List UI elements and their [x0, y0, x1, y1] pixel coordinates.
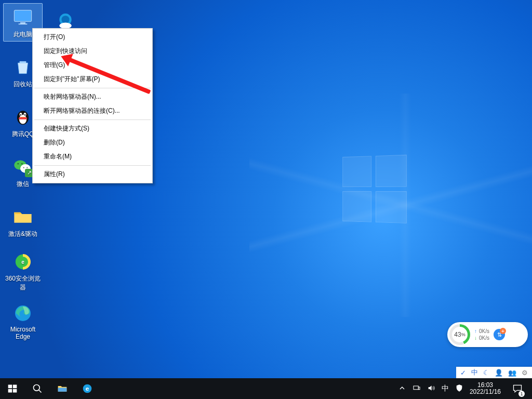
arrow-up-icon: ↑: [474, 328, 477, 334]
ctx-shortcut[interactable]: 创建快捷方式(S): [34, 122, 151, 136]
ctx-properties[interactable]: 属性(R): [34, 167, 151, 181]
ctx-pin-quick[interactable]: 固定到快速访问: [34, 44, 151, 58]
ctx-delete[interactable]: 删除(D): [34, 136, 151, 150]
svg-point-9: [24, 114, 25, 115]
secondary-tray: ✓ 中 ☾ 👤 👥 ⚙: [456, 367, 532, 378]
svg-line-28: [39, 390, 42, 393]
wechat-icon: ↗: [12, 156, 34, 178]
ctx-open[interactable]: 打开(O): [34, 30, 151, 44]
svg-point-14: [21, 163, 23, 164]
tray2-moon-icon[interactable]: ☾: [483, 369, 489, 377]
icon-label: 回收站: [14, 80, 32, 89]
memory-ring-icon: 43%: [449, 324, 470, 345]
taskbar-clock[interactable]: 16:03 2022/11/16: [470, 382, 501, 395]
desktop[interactable]: 此电脑 回收站 腾讯QQ ↗ 微信 激活&驱动: [0, 0, 532, 399]
clock-date: 2022/11/16: [470, 389, 501, 395]
memory-percent: 43: [454, 331, 461, 338]
svg-rect-29: [58, 388, 67, 392]
file-explorer-icon: [57, 383, 68, 394]
explorer-button[interactable]: [50, 378, 75, 399]
tray2-ime[interactable]: 中: [471, 368, 478, 377]
svg-point-8: [20, 114, 21, 115]
svg-point-27: [34, 385, 40, 391]
icon-label: 此电脑: [14, 30, 32, 39]
ctx-separator: [34, 165, 151, 166]
ctx-separator: [34, 88, 151, 88]
recycle-bin-icon: [12, 56, 34, 78]
search-icon: [32, 383, 43, 394]
start-button[interactable]: [0, 378, 25, 399]
ime-indicator[interactable]: 中: [442, 384, 449, 393]
taskbar-left: e: [0, 378, 100, 399]
edge-legacy-icon: e: [82, 383, 92, 394]
search-button[interactable]: [25, 378, 50, 399]
tray2-gear-icon[interactable]: ⚙: [522, 369, 528, 377]
svg-rect-10: [19, 117, 27, 119]
svg-rect-0: [14, 10, 31, 21]
net-up: 0K/s: [479, 328, 489, 334]
svg-point-16: [26, 167, 28, 168]
svg-rect-23: [8, 385, 12, 389]
speed-bubble-icon[interactable]: ⇅: [494, 329, 505, 340]
icon-label: 360安全浏览器: [4, 274, 42, 292]
context-menu-this-pc: 打开(O) 固定到快速访问 管理(G) 固定到"开始"屏幕(P) 映射网络驱动器…: [32, 28, 153, 183]
desktop-icon-edge[interactable]: Microsoft Edge: [3, 302, 43, 341]
network-icon[interactable]: [413, 384, 421, 394]
taskbar: e 中 16:03 2022/11/16 1: [0, 378, 532, 399]
svg-point-13: [17, 163, 19, 164]
edge-icon: [12, 303, 34, 324]
system-tray: 中 16:03 2022/11/16 1: [394, 378, 532, 399]
desktop-icon-360browser[interactable]: e 360安全浏览器: [3, 252, 43, 291]
icon-label: 激活&驱动: [8, 230, 37, 238]
net-speed: ↑0K/s ↓0K/s: [474, 328, 489, 341]
tray2-users-icon[interactable]: 👥: [508, 369, 516, 377]
svg-point-21: [62, 16, 70, 23]
folder-icon: [12, 206, 34, 228]
svg-rect-32: [414, 386, 418, 390]
action-center-button[interactable]: 1: [507, 378, 528, 399]
tray2-user-icon[interactable]: 👤: [495, 369, 503, 377]
svg-rect-2: [19, 23, 28, 24]
svg-rect-24: [13, 385, 17, 389]
360-browser-icon: e: [12, 251, 34, 272]
svg-point-15: [23, 167, 24, 168]
svg-rect-33: [418, 387, 420, 390]
icon-label: 微信: [17, 180, 29, 189]
net-down: 0K/s: [479, 335, 489, 341]
arrow-down-icon: ↓: [474, 335, 477, 341]
security-shield-icon[interactable]: [455, 384, 463, 394]
ctx-disconnect[interactable]: 断开网络驱动器的连接(C)...: [34, 104, 151, 118]
ctx-separator: [34, 119, 151, 120]
monitor-icon: [12, 6, 34, 28]
ctx-map-drive[interactable]: 映射网络驱动器(N)...: [34, 90, 151, 104]
svg-text:e: e: [86, 385, 89, 392]
notification-count: 1: [518, 391, 525, 397]
volume-icon[interactable]: [427, 384, 435, 394]
icon-label: Microsoft Edge: [4, 326, 42, 340]
svg-rect-25: [8, 389, 12, 393]
speed-widget[interactable]: 43% ↑0K/s ↓0K/s ⇅: [447, 322, 528, 347]
svg-rect-1: [20, 22, 25, 24]
desktop-icon-activate[interactable]: 激活&驱动: [3, 203, 43, 241]
qq-penguin-icon: [12, 106, 34, 128]
ctx-rename[interactable]: 重命名(M): [34, 150, 151, 164]
icon-label: 腾讯QQ: [12, 130, 34, 139]
windows-logo: [342, 155, 408, 225]
svg-rect-26: [13, 389, 17, 393]
windows-start-icon: [7, 383, 18, 394]
memory-percent-suffix: %: [461, 332, 466, 337]
tray2-check-icon[interactable]: ✓: [460, 369, 466, 377]
svg-rect-3: [20, 61, 26, 62]
svg-text:e: e: [21, 259, 24, 265]
tray-overflow-icon[interactable]: [398, 384, 406, 394]
edge-legacy-button[interactable]: e: [75, 378, 100, 399]
